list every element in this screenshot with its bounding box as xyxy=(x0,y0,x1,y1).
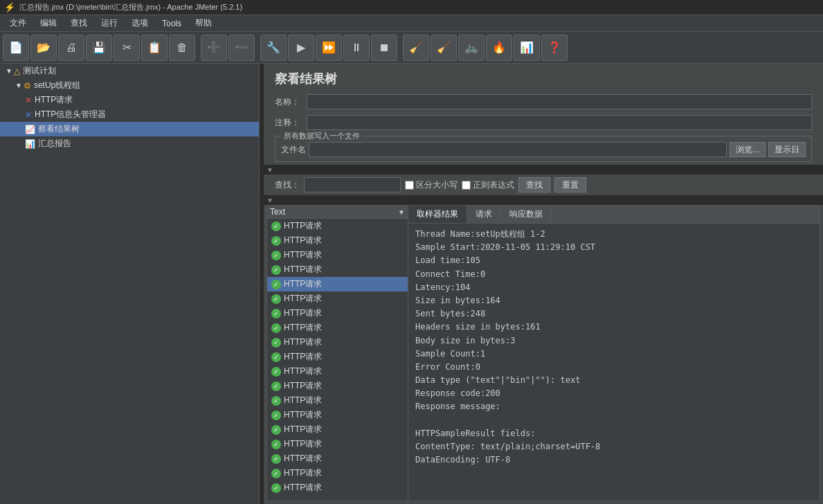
tab-2[interactable]: 响应数据 xyxy=(501,206,552,223)
right-panel: 察看结果树 名称： 注释： 所有数据写入一个文件 文件名 浏览... 显示日 ▼ xyxy=(264,64,823,504)
tree-item-4[interactable]: 📈察看结果树 xyxy=(0,122,259,136)
menu-bar: 文件编辑查找运行选项Tools帮助 xyxy=(0,15,823,32)
case-sensitive-checkbox[interactable] xyxy=(405,181,414,190)
name-input[interactable] xyxy=(307,94,812,109)
menu-item-编辑[interactable]: 编辑 xyxy=(33,16,64,30)
reset-button[interactable]: 重置 xyxy=(554,177,586,192)
list-item-label-7: HTTP请求 xyxy=(284,322,322,334)
toolbar-btn-7[interactable]: ➕ xyxy=(201,35,227,61)
strip-arrow: ▼ xyxy=(266,166,273,174)
menu-item-Tools[interactable]: Tools xyxy=(155,17,188,30)
file-group-box: 所有数据写入一个文件 文件名 浏览... 显示日 xyxy=(275,136,812,162)
tree-icon-0: △ xyxy=(14,66,20,76)
toolbar-btn-14[interactable]: 🧹 xyxy=(403,35,429,61)
name-row: 名称： xyxy=(264,91,823,112)
list-item-5[interactable]: ✓HTTP请求 xyxy=(267,291,408,306)
list-item-15[interactable]: ✓HTTP请求 xyxy=(267,437,408,451)
list-item-9[interactable]: ✓HTTP请求 xyxy=(267,350,408,364)
tab-0[interactable]: 取样器结果 xyxy=(408,206,467,223)
toolbar-btn-2[interactable]: 🖨 xyxy=(58,35,84,61)
regex-checkbox[interactable] xyxy=(462,181,471,190)
toolbar-btn-5[interactable]: 📋 xyxy=(141,35,168,61)
toolbar-btn-13[interactable]: ⏹ xyxy=(371,35,397,61)
tree-item-1[interactable]: ▼⚙setUp线程组 xyxy=(0,78,259,93)
strip-arrow-2: ▼ xyxy=(266,197,273,204)
list-item-label-8: HTTP请求 xyxy=(284,336,322,348)
app-icon: ⚡ xyxy=(4,2,15,12)
list-item-label-6: HTTP请求 xyxy=(284,307,322,319)
list-item-12[interactable]: ✓HTTP请求 xyxy=(267,393,408,408)
list-item-11[interactable]: ✓HTTP请求 xyxy=(267,379,408,393)
detail-line: Body size in bytes:3 xyxy=(415,334,813,348)
toolbar-btn-3[interactable]: 💾 xyxy=(86,35,112,61)
list-item-8[interactable]: ✓HTTP请求 xyxy=(267,335,408,350)
detail-line: ContentType: text/plain;charset=UTF-8 xyxy=(415,440,813,453)
tree-arrow-0[interactable]: ▼ xyxy=(6,67,12,75)
menu-item-文件[interactable]: 文件 xyxy=(3,16,33,30)
toolbar-btn-0[interactable]: 📄 xyxy=(3,35,29,61)
detail-line: HTTPSampleResult fields: xyxy=(415,427,813,440)
toolbar-btn-6[interactable]: 🗑 xyxy=(169,35,195,61)
toolbar-btn-10[interactable]: ▶ xyxy=(288,35,314,61)
list-item-10[interactable]: ✓HTTP请求 xyxy=(267,364,408,379)
status-icon-12: ✓ xyxy=(271,396,281,406)
menu-item-查找[interactable]: 查找 xyxy=(64,16,94,30)
list-item-13[interactable]: ✓HTTP请求 xyxy=(267,408,408,422)
menu-item-选项[interactable]: 选项 xyxy=(125,16,155,30)
toolbar-btn-15[interactable]: 🧹 xyxy=(431,35,457,61)
tree-item-5[interactable]: 📊汇总报告 xyxy=(0,136,259,151)
menu-item-运行[interactable]: 运行 xyxy=(94,16,125,30)
list-item-16[interactable]: ✓HTTP请求 xyxy=(267,451,408,466)
tree-item-3[interactable]: ✕HTTP信息头管理器 xyxy=(0,107,259,122)
tree-arrow-1[interactable]: ▼ xyxy=(15,82,22,89)
menu-item-帮助[interactable]: 帮助 xyxy=(188,16,219,30)
file-input[interactable] xyxy=(309,142,727,157)
browse-button[interactable]: 浏览... xyxy=(730,142,766,157)
list-item-7[interactable]: ✓HTTP请求 xyxy=(267,321,408,335)
tabs-row: 取样器结果请求响应数据 xyxy=(408,206,820,224)
tree-icon-3: ✕ xyxy=(25,110,32,120)
list-item-2[interactable]: ✓HTTP请求 xyxy=(267,248,408,262)
detail-line: Sample Count:1 xyxy=(415,348,813,361)
toolbar-btn-8[interactable]: ➖ xyxy=(228,35,255,61)
toolbar-btn-16[interactable]: 🚲 xyxy=(458,35,485,61)
toolbar-btn-19[interactable]: ❓ xyxy=(541,35,568,61)
tree-label-3: HTTP信息头管理器 xyxy=(35,109,106,120)
tree-item-0[interactable]: ▼△测试计划 xyxy=(0,64,259,78)
status-icon-1: ✓ xyxy=(271,236,281,246)
toolbar-btn-12[interactable]: ⏸ xyxy=(343,35,370,61)
list-panel: Text ▼ ✓HTTP请求✓HTTP请求✓HTTP请求✓HTTP请求✓HTTP… xyxy=(266,205,408,501)
list-item-label-18: HTTP请求 xyxy=(284,482,322,494)
toolbar-btn-17[interactable]: 🔥 xyxy=(486,35,512,61)
list-item-0[interactable]: ✓HTTP请求 xyxy=(267,219,408,233)
comment-input[interactable] xyxy=(307,115,812,130)
detail-content: Thread Name:setUp线程组 1-2Sample Start:202… xyxy=(408,224,820,501)
tree-label-5: 汇总报告 xyxy=(38,138,71,150)
list-item-4[interactable]: ✓HTTP请求 xyxy=(267,277,408,291)
list-item-18[interactable]: ✓HTTP请求 xyxy=(267,480,408,495)
tab-1[interactable]: 请求 xyxy=(467,206,501,223)
tree-icon-4: 📈 xyxy=(25,125,35,134)
toolbar-btn-9[interactable]: 🔧 xyxy=(260,35,287,61)
list-item-label-4: HTTP请求 xyxy=(284,278,322,290)
toolbar-btn-18[interactable]: 📊 xyxy=(514,35,540,61)
detail-line: Sent bytes:248 xyxy=(415,307,813,321)
toolbar-btn-4[interactable]: ✂ xyxy=(114,35,140,61)
toolbar-btn-1[interactable]: 📂 xyxy=(30,35,57,61)
list-item-17[interactable]: ✓HTTP请求 xyxy=(267,466,408,480)
list-item-label-13: HTTP请求 xyxy=(284,409,322,421)
list-item-6[interactable]: ✓HTTP请求 xyxy=(267,306,408,321)
list-item-3[interactable]: ✓HTTP请求 xyxy=(267,262,408,277)
list-header-dropdown[interactable]: ▼ xyxy=(398,208,405,216)
detail-line: Response message: xyxy=(415,400,813,413)
search-input[interactable] xyxy=(304,177,401,192)
search-button[interactable]: 查找 xyxy=(518,177,550,192)
comment-label: 注释： xyxy=(275,117,302,129)
tree-item-2[interactable]: ✕HTTP请求 xyxy=(0,93,259,107)
display-button[interactable]: 显示日 xyxy=(768,142,806,157)
toolbar-btn-11[interactable]: ⏩ xyxy=(316,35,342,61)
detail-line: Connect Time:0 xyxy=(415,268,813,281)
comment-row: 注释： xyxy=(264,112,823,133)
list-item-14[interactable]: ✓HTTP请求 xyxy=(267,422,408,437)
list-item-1[interactable]: ✓HTTP请求 xyxy=(267,233,408,248)
